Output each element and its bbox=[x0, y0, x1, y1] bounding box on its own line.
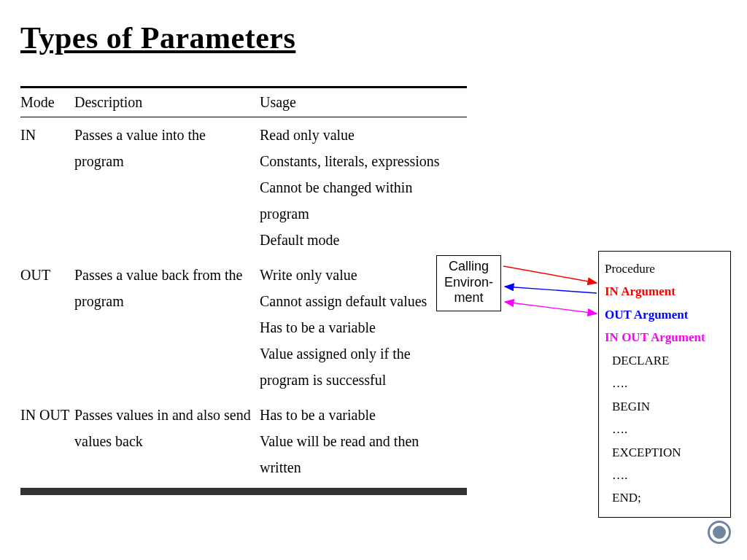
proc-in-arg: IN Argument bbox=[605, 280, 724, 303]
cell-mode: OUT bbox=[20, 257, 74, 397]
cell-mode: IN OUT bbox=[20, 397, 74, 485]
proc-dots: …. bbox=[605, 372, 724, 394]
arrow-inout bbox=[505, 302, 597, 314]
parameter-table: Mode Description Usage IN Passes a value… bbox=[20, 86, 467, 495]
calling-line: Calling bbox=[444, 259, 493, 275]
table-row: IN Passes a value into the program Read … bbox=[20, 117, 467, 257]
cell-usage: Has to be a variableValue will be read a… bbox=[260, 397, 467, 485]
th-description: Description bbox=[74, 88, 260, 117]
table-row: OUT Passes a value back from the program… bbox=[20, 257, 467, 397]
proc-title: Procedure bbox=[605, 257, 724, 280]
cell-usage: Read only valueConstants, literals, expr… bbox=[260, 117, 467, 257]
proc-inout-arg: IN OUT Argument bbox=[605, 326, 724, 349]
proc-dots: …. bbox=[605, 418, 724, 440]
cell-mode: IN bbox=[20, 117, 74, 257]
proc-declare: DECLARE bbox=[605, 349, 724, 372]
procedure-box: Procedure IN Argument OUT Argument IN OU… bbox=[598, 251, 731, 518]
cell-description: Passes a value back from the program bbox=[74, 257, 260, 397]
arrow-out bbox=[505, 287, 597, 293]
proc-dots: …. bbox=[605, 464, 724, 486]
th-mode: Mode bbox=[20, 88, 74, 117]
cell-description: Passes values in and also send values ba… bbox=[74, 397, 260, 485]
proc-exception: EXCEPTION bbox=[605, 441, 724, 464]
arrow-in bbox=[503, 266, 597, 283]
calling-line: ment bbox=[444, 290, 493, 306]
th-usage: Usage bbox=[260, 88, 467, 117]
proc-begin: BEGIN bbox=[605, 395, 724, 418]
cell-description: Passes a value into the program bbox=[74, 117, 260, 257]
page-title: Types of Parameters bbox=[20, 20, 295, 55]
table-row: IN OUT Passes values in and also send va… bbox=[20, 397, 467, 485]
proc-out-arg: OUT Argument bbox=[605, 303, 724, 326]
calling-line: Environ- bbox=[444, 275, 493, 291]
proc-end: END; bbox=[605, 486, 724, 509]
page-indicator-icon bbox=[708, 521, 731, 544]
calling-environment-box: Calling Environ- ment bbox=[436, 255, 501, 311]
